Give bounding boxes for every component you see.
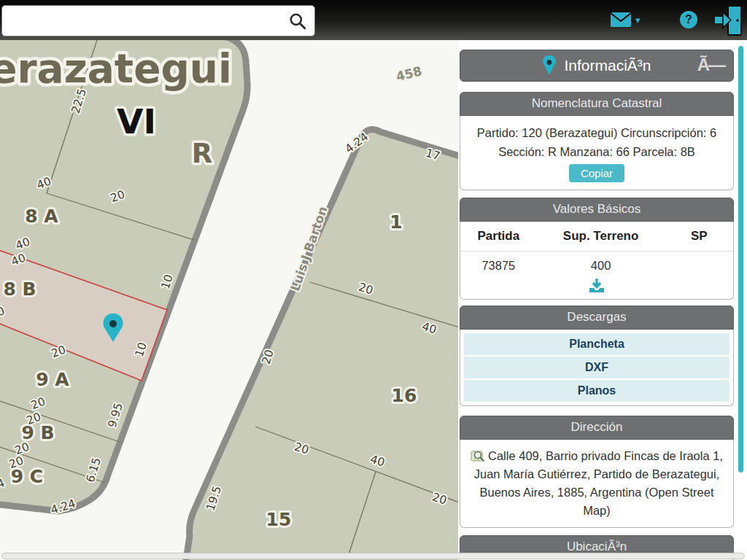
section-direccion: Dirección Calle 409, Barrio privado Finc…: [460, 416, 734, 528]
info-sidebar: InformaciÃ³n Ã— Nomenclatura Catastral P…: [458, 40, 747, 560]
download-item-plancheta[interactable]: Plancheta: [464, 333, 729, 357]
close-icon[interactable]: Ã—: [697, 53, 724, 77]
search-input[interactable]: [2, 6, 288, 36]
section-title-valores: Valores Básicos: [460, 198, 734, 222]
map-label: 15: [266, 509, 292, 530]
download-item-dxf[interactable]: DXF: [464, 357, 729, 380]
envelope-icon: [610, 12, 632, 28]
search-box[interactable]: [1, 5, 315, 36]
valores-table-row: 73875400: [460, 252, 733, 273]
map-label: 8 A: [25, 206, 58, 227]
section-descargas: Descargas PlanchetaDXFPlanos: [460, 306, 734, 406]
nomenclatura-line1: Partido: 120 (Berazategui) Circunscripci…: [465, 123, 729, 142]
valores-column-header: SP: [665, 229, 733, 244]
valores-cell: 400: [537, 259, 665, 273]
copy-button[interactable]: Copiar: [569, 164, 624, 182]
chevron-down-icon: ▾: [635, 15, 640, 26]
download-icon: [588, 279, 605, 293]
cadastral-map[interactable]: erazateguiVIR458Luis J Barton8 A8 B9 A9 …: [0, 40, 458, 560]
valores-cell: [665, 259, 733, 273]
valores-table-header: PartidaSup. TerrenoSP: [460, 229, 733, 252]
pin-icon: [542, 55, 557, 76]
map-label: 8 B: [3, 279, 36, 300]
top-bar: ▾ ?: [0, 0, 747, 40]
direccion-text: Calle 409, Barrio privado Fincas de Irao…: [474, 449, 723, 517]
messages-menu[interactable]: ▾: [610, 12, 640, 28]
section-title-nomenclatura: Nomenclatura Catastral: [460, 92, 734, 116]
map-label: R: [192, 138, 213, 169]
map-label: VI: [117, 101, 156, 141]
map-label: 9 A: [36, 369, 69, 390]
help-button[interactable]: ?: [680, 11, 697, 28]
vertical-scrollbar-thumb[interactable]: [738, 46, 743, 472]
map-label: 1: [390, 211, 402, 233]
map-search-icon: [471, 449, 485, 462]
download-item-planos[interactable]: Planos: [464, 380, 729, 402]
valores-column-header: Partida: [460, 229, 537, 244]
logout-icon[interactable]: [713, 4, 744, 37]
section-nomenclatura: Nomenclatura Catastral Partido: 120 (Ber…: [460, 92, 734, 190]
download-values-button[interactable]: [460, 273, 733, 293]
horizontal-scrollbar[interactable]: [1, 553, 745, 559]
panel-header-informacion: InformaciÃ³n Ã—: [460, 50, 734, 82]
section-valores: Valores Básicos PartidaSup. TerrenoSP 73…: [460, 198, 734, 300]
map-label: 16: [392, 385, 417, 406]
nomenclatura-line2: Sección: R Manzana: 66 Parcela: 8B: [465, 142, 729, 161]
section-title-descargas: Descargas: [460, 306, 734, 330]
map-label: erazategui: [0, 45, 232, 92]
search-icon[interactable]: [288, 12, 307, 31]
panel-title: InformaciÃ³n: [564, 57, 651, 74]
section-title-direccion: Dirección: [460, 416, 734, 440]
valores-cell: 73875: [460, 259, 537, 273]
valores-column-header: Sup. Terreno: [537, 229, 665, 244]
